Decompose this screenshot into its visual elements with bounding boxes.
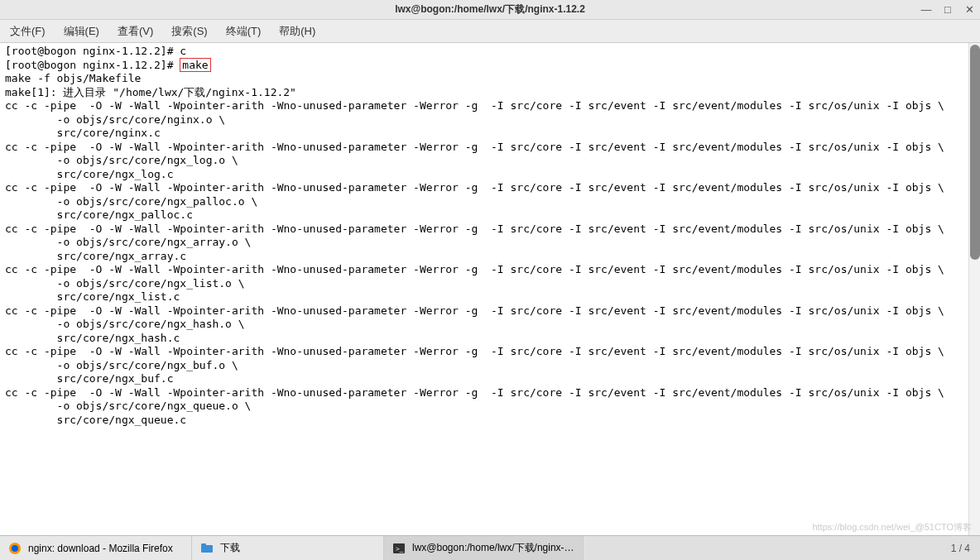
svg-rect-3 xyxy=(201,543,206,546)
menu-help[interactable]: 帮助(H) xyxy=(272,21,322,42)
terminal-output-line: cc -c -pipe -O -W -Wall -Wpointer-arith … xyxy=(5,345,944,357)
menubar: 文件(F) 编辑(E) 查看(V) 搜索(S) 终端(T) 帮助(H) xyxy=(0,20,980,43)
terminal-output-line: -o objs/src/core/ngx_list.o \ xyxy=(5,277,245,290)
scrollbar[interactable] xyxy=(968,43,980,535)
terminal-command: make xyxy=(180,58,210,72)
scrollbar-thumb[interactable] xyxy=(970,45,980,260)
terminal-output-line: -o objs/src/core/ngx_array.o \ xyxy=(5,236,251,248)
minimize-button[interactable]: — xyxy=(920,4,932,16)
terminal-output-line: cc -c -pipe -O -W -Wall -Wpointer-arith … xyxy=(5,99,944,112)
menu-edit[interactable]: 编辑(E) xyxy=(57,21,106,42)
terminal-pane[interactable]: [root@bogon nginx-1.12.2]# c [root@bogon… xyxy=(0,43,980,535)
svg-rect-2 xyxy=(201,545,213,553)
terminal-output-line: cc -c -pipe -O -W -Wall -Wpointer-arith … xyxy=(5,141,944,153)
terminal-prompt: [root@bogon nginx-1.12.2]# xyxy=(5,59,180,71)
terminal-output-line: -o objs/src/core/nginx.o \ xyxy=(5,113,225,126)
terminal-icon: >_ xyxy=(392,542,406,555)
close-button[interactable]: ✕ xyxy=(963,4,975,16)
taskbar-item-label: 下载 xyxy=(220,541,240,555)
terminal-output-line: cc -c -pipe -O -W -Wall -Wpointer-arith … xyxy=(5,223,944,235)
terminal-output-line: make -f objs/Makefile xyxy=(5,72,141,84)
taskbar-item-files[interactable]: 下载 xyxy=(192,536,384,560)
maximize-button[interactable]: □ xyxy=(942,4,954,16)
menu-search[interactable]: 搜索(S) xyxy=(165,21,214,42)
taskbar-status: 1 / 4 xyxy=(941,536,980,560)
taskbar: nginx: download - Mozilla Firefox 下载 >_ … xyxy=(0,535,980,560)
workspace-indicator[interactable]: 1 / 4 xyxy=(951,543,970,554)
terminal-output-line: -o objs/src/core/ngx_buf.o \ xyxy=(5,359,238,371)
svg-text:>_: >_ xyxy=(396,545,404,553)
terminal-output-line: cc -c -pipe -O -W -Wall -Wpointer-arith … xyxy=(5,386,944,399)
terminal-output-line: -o objs/src/core/ngx_palloc.o \ xyxy=(5,195,257,208)
terminal-output-line: src/core/ngx_array.c xyxy=(5,250,186,262)
terminal-output-line: -o objs/src/core/ngx_queue.o \ xyxy=(5,400,251,412)
terminal-output-line: src/core/ngx_palloc.c xyxy=(5,208,193,221)
terminal-output-line: src/core/ngx_list.c xyxy=(5,290,180,303)
taskbar-item-firefox[interactable]: nginx: download - Mozilla Firefox xyxy=(0,536,192,560)
menu-file[interactable]: 文件(F) xyxy=(3,21,52,42)
terminal-output-line: cc -c -pipe -O -W -Wall -Wpointer-arith … xyxy=(5,263,944,275)
taskbar-item-terminal[interactable]: >_ lwx@bogon:/home/lwx/下载/nginx-… xyxy=(384,536,584,560)
terminal-output-line: src/core/ngx_queue.c xyxy=(5,414,186,426)
window-titlebar: lwx@bogon:/home/lwx/下载/nginx-1.12.2 — □ … xyxy=(0,0,980,20)
terminal-output-line: -o objs/src/core/ngx_log.o \ xyxy=(5,154,238,166)
window-controls: — □ ✕ xyxy=(920,4,975,16)
terminal-prev-prompt: [root@bogon nginx-1.12.2]# c xyxy=(5,45,186,57)
menu-view[interactable]: 查看(V) xyxy=(111,21,160,42)
terminal-output-line: make[1]: 进入目录 "/home/lwx/下载/nginx-1.12.2… xyxy=(5,86,296,98)
terminal-output-line: -o objs/src/core/ngx_hash.o \ xyxy=(5,318,245,330)
firefox-icon xyxy=(8,542,22,555)
taskbar-item-label: nginx: download - Mozilla Firefox xyxy=(28,543,173,554)
terminal-output-line: src/core/ngx_buf.c xyxy=(5,372,174,385)
window-title: lwx@bogon:/home/lwx/下载/nginx-1.12.2 xyxy=(395,2,585,17)
taskbar-item-label: lwx@bogon:/home/lwx/下载/nginx-… xyxy=(412,541,574,555)
menu-terminal[interactable]: 终端(T) xyxy=(219,21,268,42)
svg-point-1 xyxy=(12,545,18,552)
terminal-output-line: cc -c -pipe -O -W -Wall -Wpointer-arith … xyxy=(5,181,944,194)
terminal-output-line: cc -c -pipe -O -W -Wall -Wpointer-arith … xyxy=(5,304,944,317)
terminal-output-line: src/core/ngx_hash.c xyxy=(5,332,180,344)
terminal-output-line: src/core/nginx.c xyxy=(5,127,161,139)
terminal-output-line: src/core/ngx_log.c xyxy=(5,168,174,180)
folder-icon xyxy=(200,542,214,555)
